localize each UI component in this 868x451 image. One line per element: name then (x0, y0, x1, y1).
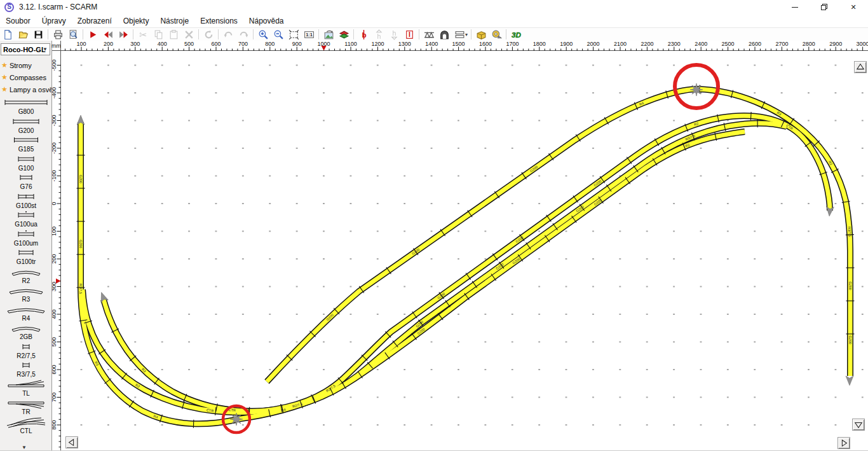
sidebar-scroll-more-icon[interactable]: ▼ (22, 445, 27, 450)
track-item-tr[interactable]: TR (0, 398, 52, 417)
tunnel-button[interactable] (437, 28, 452, 41)
svg-text:1300: 1300 (398, 41, 411, 47)
track-library-sidebar: Roco-HO-GL ▼ ★Stromy★Compasses★Lampy a o… (0, 41, 52, 451)
track-item-label: R3/7,5 (17, 371, 35, 378)
track-item-g100st[interactable]: G100st (0, 192, 52, 211)
track-item-r4[interactable]: R4 (0, 305, 52, 324)
track-item-g200[interactable]: G200 (0, 117, 52, 136)
track-item-ctl[interactable]: CTL (0, 417, 52, 436)
new-file-button[interactable] (0, 28, 15, 41)
scroll-down-button[interactable] (852, 419, 865, 431)
zoom-in-button[interactable] (255, 28, 271, 41)
svg-text:1100: 1100 (344, 41, 356, 47)
layers-button[interactable] (336, 28, 351, 41)
zoom-1-1-button[interactable]: 1:1 (301, 28, 316, 41)
play-icon (88, 29, 98, 40)
prev-button[interactable] (100, 28, 116, 41)
save-file-button[interactable] (31, 28, 46, 41)
track-item-label: G100st (16, 203, 36, 209)
track-item-label: 2GB (20, 334, 32, 340)
new-icon (3, 29, 13, 40)
next-button[interactable] (116, 28, 131, 41)
toolbox-button[interactable] (473, 28, 489, 41)
zoom-out-button[interactable] (271, 28, 286, 41)
track-item-g800[interactable]: G800 (0, 98, 52, 117)
toolbar: ✂1:1bhhI▾3D (0, 28, 868, 41)
library-selector[interactable]: Roco-HO-GL ▼ (1, 43, 50, 55)
scroll-right-button[interactable] (837, 437, 850, 449)
measure-tape-button[interactable] (489, 28, 504, 41)
menu-item-zobrazen[interactable]: Zobrazení (72, 15, 118, 27)
track-item-g100[interactable]: G100 (0, 155, 52, 174)
track-item-r375[interactable]: R3/7,5 (0, 361, 52, 380)
track-item-g100ua[interactable]: G100ua (0, 211, 52, 230)
svg-text:1200: 1200 (371, 41, 384, 47)
tunnel-icon (439, 29, 450, 40)
track-endpoint-arrow[interactable] (846, 376, 853, 385)
svg-text:800: 800 (265, 41, 275, 47)
star-icon: ★ (1, 85, 8, 94)
object-item-compasses[interactable]: ★Compasses (0, 71, 52, 83)
track-item-r275[interactable]: R2/7,5 (0, 342, 52, 361)
track-item-label: G185 (18, 146, 34, 153)
track-item-g100tr[interactable]: G100tr (0, 248, 52, 267)
menu-item-soubor[interactable]: Soubor (0, 15, 36, 27)
toolbar-separator (218, 29, 219, 39)
cut-icon: ✂ (138, 29, 149, 40)
track-item-tl[interactable]: TL (0, 380, 52, 399)
menu-item-pravy[interactable]: Úpravy (36, 15, 72, 27)
svg-text:600: 600 (211, 41, 220, 47)
track-item-r3[interactable]: R3 (0, 286, 52, 305)
track-inner-spur[interactable] (104, 123, 787, 412)
redo-button (236, 28, 251, 41)
selected-endpoint-star[interactable] (690, 83, 703, 96)
track-item-label: G76 (20, 184, 32, 190)
track-middle-loop[interactable] (83, 116, 830, 412)
menu-item-extensions[interactable]: Extensions (194, 15, 243, 27)
baseline-button[interactable]: b (356, 28, 371, 41)
zoomout-icon (273, 29, 284, 40)
restore-button[interactable] (810, 0, 839, 14)
scroll-left-button[interactable] (65, 436, 78, 448)
rotate-button (201, 28, 216, 41)
scroll-up-button[interactable] (854, 61, 867, 73)
svg-text:100: 100 (52, 226, 57, 236)
baseboard-button[interactable] (452, 28, 467, 41)
object-item-label: Compasses (10, 74, 46, 81)
object-item-stromy[interactable]: ★Stromy (0, 59, 52, 71)
menu-item-nstroje[interactable]: Nástroje (154, 15, 194, 27)
track-middle-loop-outline (83, 116, 830, 412)
svg-text:h: h (377, 32, 381, 39)
track-item-g100um[interactable]: G100um (0, 230, 52, 249)
view-3d-button[interactable]: 3D (508, 28, 524, 41)
minimize-button[interactable] (780, 0, 810, 14)
start-button[interactable] (85, 28, 100, 41)
text-frame-button[interactable]: I (402, 28, 417, 41)
track-main-line[interactable] (267, 89, 850, 382)
arrow-right-icon (839, 439, 848, 448)
track-piece-icon (2, 192, 50, 203)
track-item-r2[interactable]: R2 (0, 267, 52, 286)
track-piece-list: G800G200G185G100G76G100stG100uaG100umG10… (0, 98, 52, 436)
track-item-g185[interactable]: G185 (0, 135, 52, 155)
track-item-g76[interactable]: G76 (0, 173, 52, 192)
svg-text:2500: 2500 (722, 41, 735, 47)
delete-button (181, 28, 196, 41)
track-item-2gb[interactable]: 2GB (0, 323, 52, 342)
zoom-fit-button[interactable] (286, 28, 301, 41)
menu-item-npovda[interactable]: Nápověda (243, 15, 290, 27)
toolbar-separator (48, 29, 48, 39)
menu-item-objekty[interactable]: Objekty (118, 15, 155, 27)
open-file-button[interactable] (15, 28, 31, 41)
close-button[interactable]: ✕ (839, 0, 868, 14)
selected-endpoint-star[interactable] (230, 413, 243, 426)
arrow-up-icon (856, 63, 865, 72)
bridge-button[interactable] (421, 28, 437, 41)
toolbar-separator (318, 29, 319, 39)
object-item-lampyaosvt[interactable]: ★Lampy a osvět (0, 83, 52, 95)
minimize-icon (792, 7, 798, 8)
print-button[interactable] (50, 28, 65, 41)
background-image-button[interactable] (321, 28, 336, 41)
print-preview-button[interactable] (65, 28, 81, 41)
layout-canvas[interactable]: G200G200R3/7,5R3R4R3CTRR2/7,5G200G200G20… (61, 51, 868, 451)
